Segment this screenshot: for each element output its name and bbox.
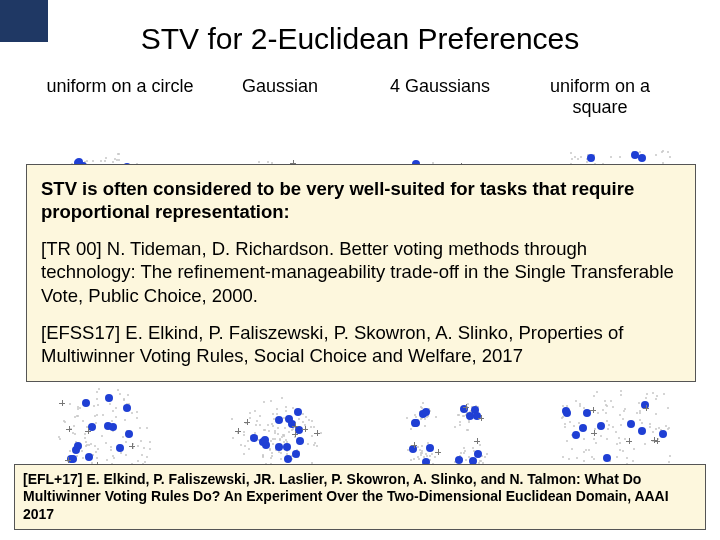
- column-headers: uniform on a circle Gaussian 4 Gaussians…: [40, 76, 680, 117]
- citation-text: [EFL+17] E. Elkind, P. Faliszewski, JR. …: [23, 471, 669, 522]
- col-header: uniform on a square: [520, 76, 680, 117]
- slide-title: STV for 2-Euclidean Preferences: [0, 22, 720, 56]
- overlay-note: STV is often considered to be very well-…: [26, 164, 696, 382]
- bottom-citation: [EFL+17] E. Elkind, P. Faliszewski, JR. …: [14, 464, 706, 531]
- col-header: Gaussian: [200, 76, 360, 117]
- overlay-ref: [TR 00] N. Tideman, D. Richardson. Bette…: [41, 237, 681, 306]
- col-header: 4 Gaussians: [360, 76, 520, 117]
- col-header: uniform on a circle: [40, 76, 200, 117]
- overlay-ref: [EFSS17] E. Elkind, P. Faliszewski, P. S…: [41, 321, 681, 367]
- overlay-intro: STV is often considered to be very well-…: [41, 178, 634, 222]
